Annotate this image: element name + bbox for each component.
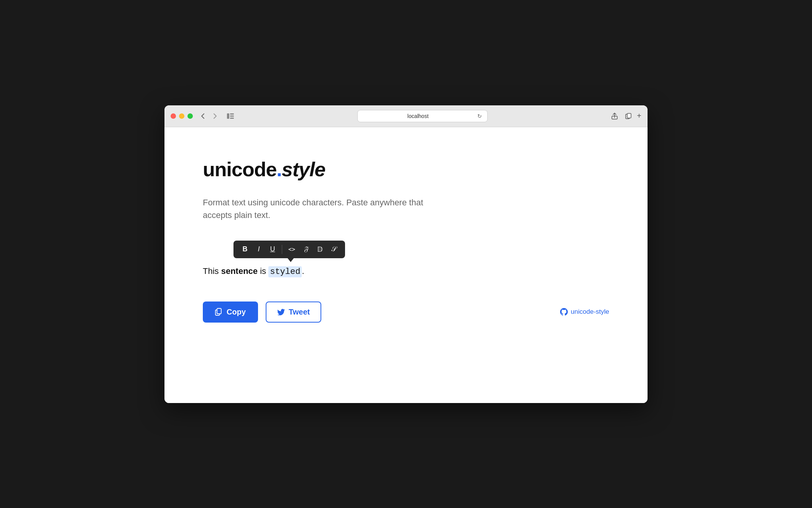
title-plain: unicode (203, 158, 276, 180)
close-button[interactable] (171, 113, 176, 119)
twitter-icon (277, 309, 285, 315)
copy-icon (215, 308, 223, 316)
github-link[interactable]: unicode-style (560, 308, 609, 316)
browser-window: localhost ↻ + unicode.style (164, 105, 648, 403)
editor-text[interactable]: This sentence is styled. (203, 264, 609, 279)
url-text: localhost (362, 113, 473, 119)
action-buttons: Copy Tweet unicode-style (203, 302, 609, 323)
forward-button[interactable] (210, 111, 220, 121)
underline-button[interactable]: U (266, 244, 279, 255)
copy-button[interactable]: Copy (203, 302, 258, 323)
address-bar[interactable]: localhost ↻ (357, 110, 488, 122)
editor-section: B I U <> 𝔉 𝔻 𝒮 This sentence is styled. (203, 241, 609, 279)
github-icon (560, 308, 568, 316)
italic-button[interactable]: I (253, 244, 265, 255)
github-link-text: unicode-style (571, 308, 609, 316)
svg-rect-2 (230, 115, 234, 116)
tweet-button[interactable]: Tweet (266, 302, 321, 323)
svg-rect-6 (627, 113, 631, 118)
subtitle: Format text using unicode characters. Pa… (203, 196, 433, 221)
svg-rect-0 (227, 113, 229, 119)
text-before: This (203, 266, 221, 276)
formatting-toolbar: B I U <> 𝔉 𝔻 𝒮 (233, 241, 345, 258)
toolbar-arrow (288, 258, 294, 262)
fraktur-button[interactable]: 𝔉 (300, 244, 312, 255)
bold-button[interactable]: B (239, 244, 251, 255)
traffic-lights (171, 113, 193, 119)
double-struck-button[interactable]: 𝔻 (314, 244, 326, 255)
maximize-button[interactable] (187, 113, 193, 119)
toolbar-divider (282, 245, 282, 254)
code-button[interactable]: <> (285, 244, 298, 254)
page-content: unicode.style Format text using unicode … (164, 127, 648, 403)
minimize-button[interactable] (179, 113, 184, 119)
mono-text: styled (268, 266, 302, 277)
duplicate-button[interactable] (623, 111, 634, 121)
script-button[interactable]: 𝒮 (327, 244, 340, 255)
nav-buttons (197, 111, 220, 121)
svg-rect-8 (217, 308, 221, 314)
bold-text: sentence (221, 266, 258, 276)
browser-titlebar: localhost ↻ + (164, 105, 648, 127)
browser-actions: + (609, 111, 641, 121)
refresh-button[interactable]: ↻ (477, 112, 483, 120)
site-title: unicode.style (203, 158, 609, 181)
sidebar-toggle-button[interactable] (225, 111, 236, 121)
svg-rect-1 (230, 113, 234, 115)
svg-rect-3 (230, 118, 234, 119)
title-dot: . (276, 158, 281, 180)
text-end: . (302, 266, 304, 276)
share-button[interactable] (609, 111, 620, 121)
new-tab-button[interactable]: + (637, 111, 641, 120)
text-middle: is (258, 266, 268, 276)
address-bar-container: localhost ↻ (240, 110, 605, 122)
back-button[interactable] (197, 111, 208, 121)
title-style: style (282, 158, 325, 180)
